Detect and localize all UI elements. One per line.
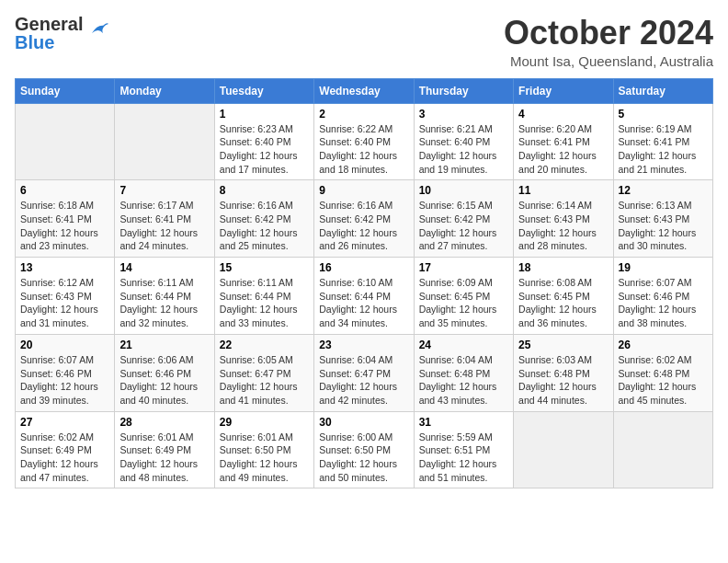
day-number: 12 [619, 184, 708, 197]
calendar-cell: 13Sunrise: 6:12 AMSunset: 6:43 PMDayligh… [16, 258, 115, 335]
day-detail: Sunrise: 6:05 AMSunset: 6:47 PMDaylight:… [220, 353, 309, 408]
day-number: 31 [419, 416, 508, 429]
day-detail: Sunrise: 6:01 AMSunset: 6:50 PMDaylight:… [220, 431, 309, 485]
day-number: 7 [119, 184, 209, 197]
day-number: 24 [419, 339, 508, 351]
day-number: 17 [419, 261, 508, 274]
calendar-cell: 31Sunrise: 5:59 AMSunset: 6:51 PMDayligh… [414, 411, 513, 488]
calendar-cell: 4Sunrise: 6:20 AMSunset: 6:41 PMDaylight… [514, 103, 613, 180]
calendar-cell: 23Sunrise: 6:04 AMSunset: 6:47 PMDayligh… [314, 334, 414, 411]
day-detail: Sunrise: 6:07 AMSunset: 6:46 PMDaylight:… [619, 276, 708, 330]
day-detail: Sunrise: 6:10 AMSunset: 6:44 PMDaylight:… [319, 276, 408, 330]
calendar-table: SundayMondayTuesdayWednesdayThursdayFrid… [15, 78, 713, 489]
day-number: 30 [319, 416, 408, 429]
calendar-cell [115, 103, 214, 180]
logo-general: General [15, 15, 83, 33]
day-detail: Sunrise: 6:08 AMSunset: 6:45 PMDaylight:… [518, 276, 608, 330]
day-detail: Sunrise: 6:03 AMSunset: 6:48 PMDaylight:… [518, 353, 608, 408]
title-area: October 2024 Mount Isa, Queensland, Aust… [504, 15, 713, 69]
day-detail: Sunrise: 6:02 AMSunset: 6:49 PMDaylight:… [20, 431, 109, 485]
day-detail: Sunrise: 6:17 AMSunset: 6:41 PMDaylight:… [119, 199, 209, 253]
calendar-cell: 5Sunrise: 6:19 AMSunset: 6:41 PMDaylight… [613, 103, 712, 180]
calendar-cell [16, 103, 115, 180]
day-detail: Sunrise: 6:06 AMSunset: 6:46 PMDaylight:… [119, 353, 209, 408]
calendar-cell [514, 411, 613, 488]
day-detail: Sunrise: 6:15 AMSunset: 6:42 PMDaylight:… [419, 199, 508, 253]
day-number: 8 [220, 184, 309, 197]
day-number: 28 [119, 416, 209, 429]
day-number: 14 [119, 261, 209, 274]
day-detail: Sunrise: 6:18 AMSunset: 6:41 PMDaylight:… [20, 199, 109, 253]
month-title: October 2024 [504, 15, 713, 52]
logo: General Blue [15, 15, 110, 52]
calendar-week-3: 13Sunrise: 6:12 AMSunset: 6:43 PMDayligh… [16, 258, 713, 335]
day-detail: Sunrise: 6:01 AMSunset: 6:49 PMDaylight:… [119, 431, 209, 485]
calendar-cell: 10Sunrise: 6:15 AMSunset: 6:42 PMDayligh… [414, 180, 513, 258]
logo-blue: Blue [15, 33, 83, 52]
day-detail: Sunrise: 6:19 AMSunset: 6:41 PMDaylight:… [619, 122, 708, 177]
calendar-week-1: 1Sunrise: 6:23 AMSunset: 6:40 PMDaylight… [16, 103, 713, 180]
calendar-cell: 22Sunrise: 6:05 AMSunset: 6:47 PMDayligh… [214, 334, 313, 411]
day-number: 29 [220, 416, 309, 429]
calendar-cell: 24Sunrise: 6:04 AMSunset: 6:48 PMDayligh… [414, 334, 513, 411]
day-number: 9 [319, 184, 408, 197]
location-title: Mount Isa, Queensland, Australia [504, 53, 713, 69]
calendar-cell: 3Sunrise: 6:21 AMSunset: 6:40 PMDaylight… [414, 103, 513, 180]
calendar-cell: 17Sunrise: 6:09 AMSunset: 6:45 PMDayligh… [414, 258, 513, 335]
calendar-cell: 29Sunrise: 6:01 AMSunset: 6:50 PMDayligh… [214, 411, 313, 488]
calendar-cell: 21Sunrise: 6:06 AMSunset: 6:46 PMDayligh… [115, 334, 214, 411]
day-detail: Sunrise: 6:16 AMSunset: 6:42 PMDaylight:… [319, 199, 408, 253]
weekday-header-saturday: Saturday [613, 78, 712, 103]
calendar-cell: 14Sunrise: 6:11 AMSunset: 6:44 PMDayligh… [115, 258, 214, 335]
calendar-cell: 7Sunrise: 6:17 AMSunset: 6:41 PMDaylight… [115, 180, 214, 258]
day-number: 1 [220, 108, 309, 121]
weekday-header-monday: Monday [115, 78, 214, 103]
day-number: 19 [619, 261, 708, 274]
day-number: 5 [619, 108, 708, 121]
weekday-header-thursday: Thursday [414, 78, 513, 103]
calendar-cell: 11Sunrise: 6:14 AMSunset: 6:43 PMDayligh… [514, 180, 613, 258]
day-detail: Sunrise: 6:21 AMSunset: 6:40 PMDaylight:… [419, 122, 508, 177]
day-number: 27 [20, 416, 109, 429]
day-detail: Sunrise: 6:13 AMSunset: 6:43 PMDaylight:… [619, 199, 708, 253]
calendar-cell: 27Sunrise: 6:02 AMSunset: 6:49 PMDayligh… [16, 411, 115, 488]
day-detail: Sunrise: 5:59 AMSunset: 6:51 PMDaylight:… [419, 431, 508, 485]
day-detail: Sunrise: 6:11 AMSunset: 6:44 PMDaylight:… [119, 276, 209, 330]
day-number: 10 [419, 184, 508, 197]
calendar-cell: 20Sunrise: 6:07 AMSunset: 6:46 PMDayligh… [16, 334, 115, 411]
calendar-cell: 25Sunrise: 6:03 AMSunset: 6:48 PMDayligh… [514, 334, 613, 411]
day-detail: Sunrise: 6:00 AMSunset: 6:50 PMDaylight:… [319, 431, 408, 485]
day-detail: Sunrise: 6:16 AMSunset: 6:42 PMDaylight:… [220, 199, 309, 253]
day-number: 6 [20, 184, 109, 197]
day-number: 22 [220, 339, 309, 351]
calendar-cell: 1Sunrise: 6:23 AMSunset: 6:40 PMDaylight… [214, 103, 313, 180]
calendar-cell: 26Sunrise: 6:02 AMSunset: 6:48 PMDayligh… [613, 334, 712, 411]
day-detail: Sunrise: 6:22 AMSunset: 6:40 PMDaylight:… [319, 122, 408, 177]
weekday-header-sunday: Sunday [16, 78, 115, 103]
calendar-week-4: 20Sunrise: 6:07 AMSunset: 6:46 PMDayligh… [16, 334, 713, 411]
day-detail: Sunrise: 6:07 AMSunset: 6:46 PMDaylight:… [20, 353, 109, 408]
day-number: 15 [220, 261, 309, 274]
day-number: 26 [619, 339, 708, 351]
calendar-cell: 15Sunrise: 6:11 AMSunset: 6:44 PMDayligh… [214, 258, 313, 335]
calendar-cell [613, 411, 712, 488]
calendar-week-2: 6Sunrise: 6:18 AMSunset: 6:41 PMDaylight… [16, 180, 713, 258]
day-number: 16 [319, 261, 408, 274]
day-number: 13 [20, 261, 109, 274]
day-detail: Sunrise: 6:12 AMSunset: 6:43 PMDaylight:… [20, 276, 109, 330]
day-number: 21 [119, 339, 209, 351]
day-detail: Sunrise: 6:14 AMSunset: 6:43 PMDaylight:… [518, 199, 608, 253]
calendar-cell: 18Sunrise: 6:08 AMSunset: 6:45 PMDayligh… [514, 258, 613, 335]
calendar-cell: 28Sunrise: 6:01 AMSunset: 6:49 PMDayligh… [115, 411, 214, 488]
day-number: 20 [20, 339, 109, 351]
day-number: 18 [518, 261, 608, 274]
day-number: 23 [319, 339, 408, 351]
calendar-cell: 19Sunrise: 6:07 AMSunset: 6:46 PMDayligh… [613, 258, 712, 335]
logo-bird-icon [85, 17, 110, 42]
weekday-header-wednesday: Wednesday [314, 78, 414, 103]
calendar-cell: 9Sunrise: 6:16 AMSunset: 6:42 PMDaylight… [314, 180, 414, 258]
day-number: 2 [319, 108, 408, 121]
day-detail: Sunrise: 6:04 AMSunset: 6:48 PMDaylight:… [419, 353, 508, 408]
day-detail: Sunrise: 6:20 AMSunset: 6:41 PMDaylight:… [518, 122, 608, 177]
calendar-week-5: 27Sunrise: 6:02 AMSunset: 6:49 PMDayligh… [16, 411, 713, 488]
